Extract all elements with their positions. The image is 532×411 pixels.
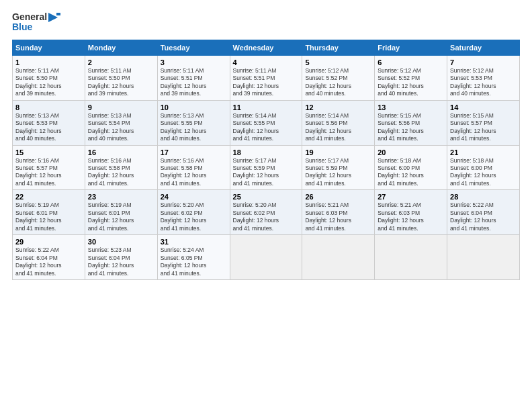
day-number: 23 [88, 193, 154, 201]
calendar-cell: 15Sunrise: 5:16 AMSunset: 5:57 PMDayligh… [13, 145, 85, 190]
day-number: 31 [161, 238, 227, 246]
calendar-cell: 20Sunrise: 5:18 AMSunset: 6:00 PMDayligh… [375, 145, 447, 190]
calendar-cell: 27Sunrise: 5:21 AMSunset: 6:03 PMDayligh… [375, 190, 447, 235]
calendar-cell: 10Sunrise: 5:13 AMSunset: 5:55 PMDayligh… [157, 100, 230, 145]
header: General Blue [12, 12, 520, 33]
day-number: 11 [233, 103, 300, 111]
calendar-cell: 16Sunrise: 5:16 AMSunset: 5:58 PMDayligh… [85, 145, 157, 190]
calendar-cell [302, 235, 375, 280]
day-number: 22 [15, 193, 82, 201]
calendar-week-1: 1Sunrise: 5:11 AMSunset: 5:50 PMDaylight… [13, 55, 520, 100]
day-info: Sunrise: 5:11 AMSunset: 5:51 PMDaylight:… [161, 67, 227, 98]
svg-rect-1 [56, 13, 60, 15]
day-number: 9 [88, 103, 154, 111]
day-info: Sunrise: 5:11 AMSunset: 5:51 PMDaylight:… [233, 67, 300, 98]
calendar-cell: 24Sunrise: 5:20 AMSunset: 6:02 PMDayligh… [157, 190, 230, 235]
logo-arrow-icon [48, 13, 60, 22]
day-info: Sunrise: 5:17 AMSunset: 5:59 PMDaylight:… [305, 157, 371, 188]
day-number: 7 [450, 58, 517, 66]
day-info: Sunrise: 5:21 AMSunset: 6:03 PMDaylight:… [305, 201, 371, 232]
day-info: Sunrise: 5:16 AMSunset: 5:58 PMDaylight:… [88, 157, 154, 188]
day-number: 28 [450, 193, 517, 201]
calendar-cell: 18Sunrise: 5:17 AMSunset: 5:59 PMDayligh… [230, 145, 302, 190]
day-number: 14 [450, 103, 517, 111]
calendar-cell: 6Sunrise: 5:12 AMSunset: 5:52 PMDaylight… [375, 55, 447, 100]
calendar-cell: 29Sunrise: 5:22 AMSunset: 6:04 PMDayligh… [13, 235, 85, 280]
calendar-cell: 30Sunrise: 5:23 AMSunset: 6:04 PMDayligh… [85, 235, 157, 280]
day-info: Sunrise: 5:13 AMSunset: 5:54 PMDaylight:… [88, 112, 154, 143]
calendar-cell: 2Sunrise: 5:11 AMSunset: 5:50 PMDaylight… [85, 55, 157, 100]
calendar-cell: 5Sunrise: 5:12 AMSunset: 5:52 PMDaylight… [302, 55, 375, 100]
calendar-cell: 31Sunrise: 5:24 AMSunset: 6:05 PMDayligh… [157, 235, 230, 280]
day-info: Sunrise: 5:17 AMSunset: 5:59 PMDaylight:… [233, 157, 300, 188]
day-number: 19 [305, 148, 371, 156]
day-number: 1 [15, 58, 82, 66]
calendar-cell: 25Sunrise: 5:20 AMSunset: 6:02 PMDayligh… [230, 190, 302, 235]
calendar-cell: 28Sunrise: 5:22 AMSunset: 6:04 PMDayligh… [447, 190, 520, 235]
day-number: 21 [450, 148, 517, 156]
logo-general: General [12, 12, 47, 22]
day-number: 18 [233, 148, 300, 156]
day-number: 24 [161, 193, 227, 201]
day-info: Sunrise: 5:21 AMSunset: 6:03 PMDaylight:… [378, 201, 444, 232]
calendar-cell [230, 235, 302, 280]
calendar-cell: 19Sunrise: 5:17 AMSunset: 5:59 PMDayligh… [302, 145, 375, 190]
day-number: 15 [15, 148, 82, 156]
logo-blue: Blue [12, 22, 32, 32]
day-number: 29 [15, 238, 82, 246]
day-info: Sunrise: 5:13 AMSunset: 5:53 PMDaylight:… [15, 112, 82, 143]
day-info: Sunrise: 5:18 AMSunset: 6:00 PMDaylight:… [450, 157, 517, 188]
day-info: Sunrise: 5:11 AMSunset: 5:50 PMDaylight:… [88, 67, 154, 98]
day-info: Sunrise: 5:14 AMSunset: 5:55 PMDaylight:… [233, 112, 300, 143]
calendar-cell: 21Sunrise: 5:18 AMSunset: 6:00 PMDayligh… [447, 145, 520, 190]
day-number: 26 [305, 193, 371, 201]
calendar-header-row: SundayMondayTuesdayWednesdayThursdayFrid… [13, 40, 520, 55]
calendar-cell: 17Sunrise: 5:16 AMSunset: 5:58 PMDayligh… [157, 145, 230, 190]
day-number: 5 [305, 58, 371, 66]
day-number: 17 [161, 148, 227, 156]
calendar-cell: 11Sunrise: 5:14 AMSunset: 5:55 PMDayligh… [230, 100, 302, 145]
calendar-cell [375, 235, 447, 280]
day-number: 16 [88, 148, 154, 156]
calendar-table: SundayMondayTuesdayWednesdayThursdayFrid… [12, 40, 520, 280]
day-number: 25 [233, 193, 300, 201]
day-info: Sunrise: 5:15 AMSunset: 5:56 PMDaylight:… [378, 112, 444, 143]
weekday-header-saturday: Saturday [447, 40, 520, 55]
day-info: Sunrise: 5:16 AMSunset: 5:58 PMDaylight:… [161, 157, 227, 188]
calendar-cell: 26Sunrise: 5:21 AMSunset: 6:03 PMDayligh… [302, 190, 375, 235]
day-number: 10 [161, 103, 227, 111]
calendar-week-4: 22Sunrise: 5:19 AMSunset: 6:01 PMDayligh… [13, 190, 520, 235]
weekday-header-sunday: Sunday [13, 40, 85, 55]
day-number: 3 [161, 58, 227, 66]
day-number: 20 [378, 148, 444, 156]
day-number: 30 [88, 238, 154, 246]
calendar-body: 1Sunrise: 5:11 AMSunset: 5:50 PMDaylight… [13, 55, 520, 279]
calendar-cell: 14Sunrise: 5:15 AMSunset: 5:57 PMDayligh… [447, 100, 520, 145]
day-info: Sunrise: 5:12 AMSunset: 5:52 PMDaylight:… [305, 67, 371, 98]
day-info: Sunrise: 5:24 AMSunset: 6:05 PMDaylight:… [161, 246, 227, 277]
day-info: Sunrise: 5:22 AMSunset: 6:04 PMDaylight:… [450, 201, 517, 232]
calendar-cell [447, 235, 520, 280]
weekday-header-monday: Monday [85, 40, 157, 55]
day-info: Sunrise: 5:22 AMSunset: 6:04 PMDaylight:… [15, 246, 82, 277]
day-info: Sunrise: 5:19 AMSunset: 6:01 PMDaylight:… [15, 201, 82, 232]
calendar-cell: 7Sunrise: 5:12 AMSunset: 5:53 PMDaylight… [447, 55, 520, 100]
day-number: 8 [15, 103, 82, 111]
day-info: Sunrise: 5:14 AMSunset: 5:56 PMDaylight:… [305, 112, 371, 143]
day-info: Sunrise: 5:20 AMSunset: 6:02 PMDaylight:… [161, 201, 227, 232]
calendar-cell: 23Sunrise: 5:19 AMSunset: 6:01 PMDayligh… [85, 190, 157, 235]
weekday-header-thursday: Thursday [302, 40, 375, 55]
calendar-week-3: 15Sunrise: 5:16 AMSunset: 5:57 PMDayligh… [13, 145, 520, 190]
day-number: 27 [378, 193, 444, 201]
weekday-header-wednesday: Wednesday [230, 40, 302, 55]
day-info: Sunrise: 5:12 AMSunset: 5:53 PMDaylight:… [450, 67, 517, 98]
calendar-cell: 12Sunrise: 5:14 AMSunset: 5:56 PMDayligh… [302, 100, 375, 145]
day-number: 4 [233, 58, 300, 66]
day-info: Sunrise: 5:13 AMSunset: 5:55 PMDaylight:… [161, 112, 227, 143]
calendar-week-5: 29Sunrise: 5:22 AMSunset: 6:04 PMDayligh… [13, 235, 520, 280]
day-number: 13 [378, 103, 444, 111]
logo: General Blue [12, 12, 60, 33]
day-info: Sunrise: 5:11 AMSunset: 5:50 PMDaylight:… [15, 67, 82, 98]
day-info: Sunrise: 5:23 AMSunset: 6:04 PMDaylight:… [88, 246, 154, 277]
calendar-cell: 3Sunrise: 5:11 AMSunset: 5:51 PMDaylight… [157, 55, 230, 100]
